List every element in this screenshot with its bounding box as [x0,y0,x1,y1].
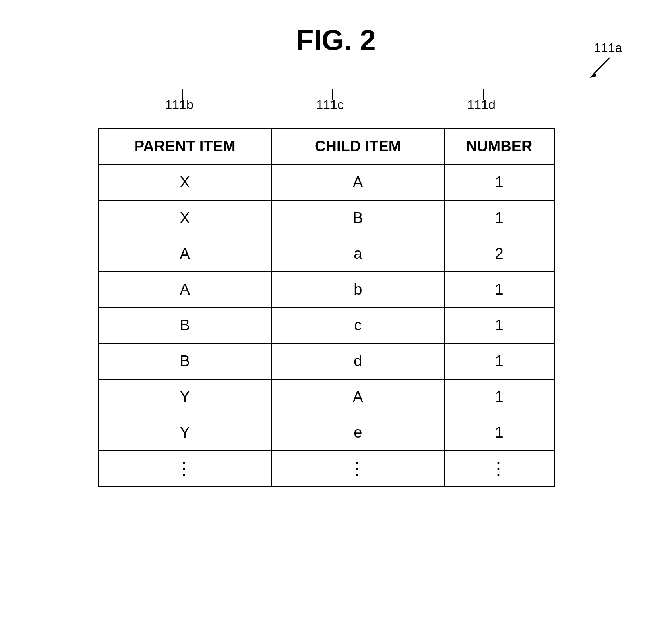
cell-child: ⋮ [271,451,445,486]
tick-line-111b [182,89,183,100]
cell-number: 1 [445,415,554,451]
cell-parent: Y [98,379,271,415]
cell-child: a [271,236,445,272]
ref-label-111a-container: 111a [594,41,622,55]
svg-marker-1 [590,72,597,78]
table-row: Aa2 [98,236,554,272]
table-row: XA1 [98,165,554,200]
cell-parent: A [98,236,271,272]
table-row: Ye1 [98,415,554,451]
cell-parent: B [98,343,271,379]
cell-parent: X [98,165,271,200]
table-row: ⋮⋮⋮ [98,451,554,486]
cell-child: A [271,379,445,415]
cell-number: 1 [445,200,554,236]
cell-child: d [271,343,445,379]
cell-number: 2 [445,236,554,272]
cell-number: 1 [445,308,554,343]
cell-child: c [271,308,445,343]
cell-number: 1 [445,343,554,379]
table-row: Ab1 [98,272,554,308]
data-table: PARENT ITEM CHILD ITEM NUMBER XA1XB1Aa2A… [98,128,555,487]
cell-number: 1 [445,379,554,415]
ref-label-111d: 111d [467,97,496,112]
cell-parent: Y [98,415,271,451]
cell-child: A [271,165,445,200]
figure-title: FIG. 2 [296,24,376,56]
cell-parent: A [98,272,271,308]
cell-child: b [271,272,445,308]
ref-label-111b: 111b [165,97,194,112]
ref-labels-container: 111b 111c 111d [98,88,555,112]
tick-line-111d [483,89,484,100]
tick-line-111c [332,89,333,100]
cell-number: 1 [445,272,554,308]
arrow-111a [590,56,614,78]
col-header-parent: PARENT ITEM [98,129,271,165]
cell-child: e [271,415,445,451]
cell-number: 1 [445,165,554,200]
cell-parent: B [98,308,271,343]
ref-label-111a: 111a [594,41,622,55]
cell-parent: ⋮ [98,451,271,486]
ref-label-111c: 111c [316,97,344,112]
cell-parent: X [98,200,271,236]
page-container: FIG. 2 111a 111b 111c 111d [0,0,672,626]
table-row: Bc1 [98,308,554,343]
col-header-number: NUMBER [445,129,554,165]
table-wrapper: PARENT ITEM CHILD ITEM NUMBER XA1XB1Aa2A… [98,128,575,487]
cell-number: ⋮ [445,451,554,486]
svg-line-0 [593,58,610,75]
table-body: XA1XB1Aa2Ab1Bc1Bd1YA1Ye1⋮⋮⋮ [98,165,554,486]
col-header-child: CHILD ITEM [271,129,445,165]
table-row: YA1 [98,379,554,415]
table-header-row: PARENT ITEM CHILD ITEM NUMBER [98,129,554,165]
cell-child: B [271,200,445,236]
table-row: XB1 [98,200,554,236]
table-row: Bd1 [98,343,554,379]
diagram-area: 111a 111b 111c 111d PARENT I [98,88,575,487]
